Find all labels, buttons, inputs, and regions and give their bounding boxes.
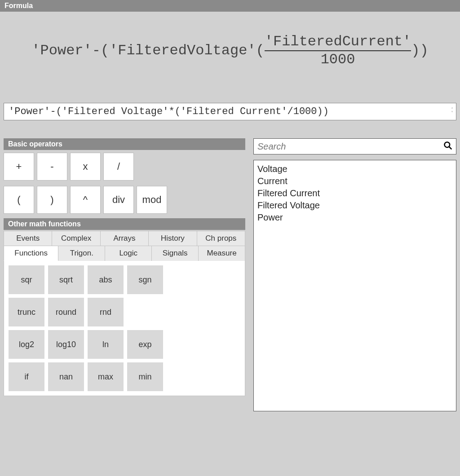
channel-list: Voltage Current Filtered Current Filtere… — [253, 160, 456, 411]
search-input[interactable] — [257, 141, 443, 152]
fn-sqr-button[interactable]: sqr — [9, 265, 44, 294]
formula-fraction: 'FilteredCurrent'1000 — [265, 34, 411, 67]
channel-list-item[interactable]: Power — [257, 212, 452, 224]
search-container — [253, 138, 456, 154]
formula-numerator: 'FilteredCurrent' — [265, 34, 411, 49]
fn-log2-button[interactable]: log2 — [9, 330, 44, 359]
formula-denominator: 1000 — [265, 52, 411, 67]
svg-point-0 — [445, 142, 450, 148]
tab-arrays[interactable]: Arrays — [101, 231, 149, 246]
op-power-button[interactable]: ^ — [70, 186, 101, 214]
fn-sqrt-button[interactable]: sqrt — [48, 265, 84, 294]
formula-part-pre: 'Power'-('FilteredVoltage'( — [31, 42, 264, 59]
tab-logic[interactable]: Logic — [105, 246, 152, 261]
tab-events[interactable]: Events — [4, 231, 52, 246]
fn-max-button[interactable]: max — [88, 362, 124, 391]
channel-list-item[interactable]: Current — [257, 175, 452, 187]
fn-round-button[interactable]: round — [48, 298, 84, 326]
op-rparen-button[interactable]: ) — [37, 186, 67, 214]
op-multiply-button[interactable]: x — [70, 153, 101, 181]
panel-title-functions: Other math functions — [4, 218, 245, 230]
channel-list-item[interactable]: Filtered Voltage — [257, 199, 452, 212]
op-div-button[interactable]: div — [103, 186, 134, 214]
channel-list-item[interactable]: Filtered Current — [257, 187, 452, 199]
panel-title-operators: Basic operators — [4, 138, 245, 150]
op-mod-button[interactable]: mod — [137, 186, 167, 214]
op-add-button[interactable]: + — [4, 153, 34, 181]
fn-rnd-button[interactable]: rnd — [88, 298, 124, 326]
fn-exp-button[interactable]: exp — [127, 330, 163, 359]
fn-nan-button[interactable]: nan — [48, 362, 84, 391]
tab-functions[interactable]: Functions — [4, 246, 58, 261]
formula-input-container: ˄ ˅ — [4, 103, 456, 120]
tab-chprops[interactable]: Ch props — [197, 231, 245, 246]
fn-abs-button[interactable]: abs — [88, 265, 124, 294]
tab-measure[interactable]: Measure — [199, 246, 245, 261]
fn-trunc-button[interactable]: trunc — [9, 298, 44, 326]
formula-render: 'Power'-('FilteredVoltage'('FilteredCurr… — [0, 12, 460, 103]
fn-ln-button[interactable]: ln — [88, 330, 124, 359]
chevron-down-icon: ˅ — [451, 112, 453, 115]
tab-trigon[interactable]: Trigon. — [58, 246, 105, 261]
tab-history[interactable]: History — [149, 231, 197, 246]
fn-sgn-button[interactable]: sgn — [127, 265, 163, 294]
svg-line-1 — [449, 147, 452, 150]
formula-input[interactable] — [4, 103, 448, 120]
op-lparen-button[interactable]: ( — [4, 186, 34, 214]
formula-part-post: )) — [411, 42, 428, 59]
fn-if-button[interactable]: if — [9, 362, 44, 391]
search-icon[interactable] — [443, 141, 452, 152]
operators-grid: + - x / ( ) ^ div mod — [4, 150, 245, 218]
tab-signals[interactable]: Signals — [152, 246, 199, 261]
functions-tab-body: sqr sqrt abs sgn trunc round rnd log2 lo… — [4, 260, 245, 396]
op-divide-button[interactable]: / — [103, 153, 134, 181]
op-subtract-button[interactable]: - — [37, 153, 67, 181]
formula-input-stepper[interactable]: ˄ ˅ — [448, 107, 456, 116]
fn-min-button[interactable]: min — [127, 362, 163, 391]
channel-list-item[interactable]: Voltage — [257, 163, 452, 175]
panel-title-formula: Formula — [0, 0, 460, 12]
fn-log10-button[interactable]: log10 — [48, 330, 84, 359]
tab-complex[interactable]: Complex — [52, 231, 100, 246]
